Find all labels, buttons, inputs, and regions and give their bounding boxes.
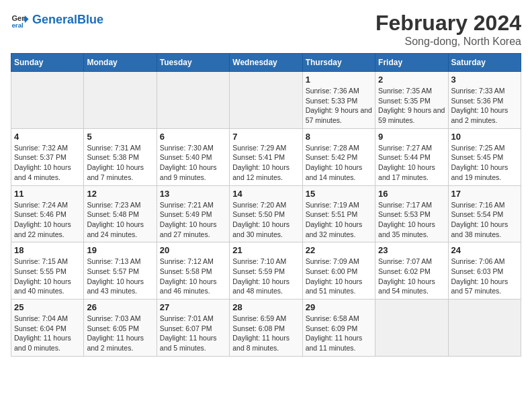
col-sunday: Sunday [11,54,84,72]
day-info: Sunrise: 7:28 AMSunset: 5:42 PMDaylight:… [306,143,372,183]
page-header: Gen eral GeneralBlue February 2024 Song-… [11,11,521,48]
col-tuesday: Tuesday [157,54,229,72]
day-number: 9 [378,132,445,142]
calendar-cell: 2Sunrise: 7:35 AMSunset: 5:35 PMDaylight… [375,72,448,129]
day-number: 22 [306,245,372,255]
day-number: 24 [451,245,518,255]
calendar-header-row: Sunday Monday Tuesday Wednesday Thursday… [11,54,521,72]
calendar-cell: 19Sunrise: 7:13 AMSunset: 5:57 PMDayligh… [84,242,157,300]
title-block: February 2024 Song-dong, North Korea [375,11,521,48]
calendar-cell: 17Sunrise: 7:16 AMSunset: 5:54 PMDayligh… [448,185,521,242]
day-number: 16 [378,189,445,199]
calendar-cell: 7Sunrise: 7:29 AMSunset: 5:41 PMDaylight… [230,128,302,185]
calendar-cell: 5Sunrise: 7:31 AMSunset: 5:38 PMDaylight… [84,128,157,185]
logo-icon: Gen eral [11,11,30,30]
calendar-cell [84,72,157,129]
page-subtitle: Song-dong, North Korea [375,36,521,48]
page-title: February 2024 [375,11,521,36]
day-number: 18 [14,245,81,255]
day-number: 29 [306,302,372,312]
day-info: Sunrise: 6:59 AMSunset: 6:08 PMDaylight:… [232,314,299,353]
col-thursday: Thursday [302,54,375,72]
calendar-cell: 11Sunrise: 7:24 AMSunset: 5:46 PMDayligh… [11,185,84,242]
calendar-cell [375,300,448,357]
logo: Gen eral GeneralBlue [11,11,103,30]
day-info: Sunrise: 7:15 AMSunset: 5:55 PMDaylight:… [14,257,81,296]
calendar-cell: 4Sunrise: 7:32 AMSunset: 5:37 PMDaylight… [11,128,84,185]
col-friday: Friday [375,54,448,72]
day-info: Sunrise: 7:07 AMSunset: 6:02 PMDaylight:… [378,257,445,296]
calendar-cell: 28Sunrise: 6:59 AMSunset: 6:08 PMDayligh… [230,300,302,357]
day-number: 28 [232,302,299,312]
day-number: 1 [306,75,372,85]
calendar-table: Sunday Monday Tuesday Wednesday Thursday… [11,53,521,357]
col-wednesday: Wednesday [230,54,302,72]
day-info: Sunrise: 7:10 AMSunset: 5:59 PMDaylight:… [232,257,299,296]
day-info: Sunrise: 7:03 AMSunset: 6:05 PMDaylight:… [87,314,153,353]
calendar-cell: 10Sunrise: 7:25 AMSunset: 5:45 PMDayligh… [448,128,521,185]
calendar-cell: 22Sunrise: 7:09 AMSunset: 6:00 PMDayligh… [302,242,375,300]
calendar-cell [11,72,84,129]
day-number: 10 [451,132,518,142]
calendar-week-1: 1Sunrise: 7:36 AMSunset: 5:33 PMDaylight… [11,72,521,129]
day-number: 13 [160,189,226,199]
day-info: Sunrise: 7:20 AMSunset: 5:50 PMDaylight:… [232,200,299,240]
logo-blue: Blue [77,13,103,26]
day-number: 6 [160,132,226,142]
day-number: 7 [232,132,299,142]
calendar-cell: 29Sunrise: 6:58 AMSunset: 6:09 PMDayligh… [302,300,375,357]
day-number: 14 [232,189,299,199]
day-info: Sunrise: 7:27 AMSunset: 5:44 PMDaylight:… [378,143,445,183]
calendar-cell: 27Sunrise: 7:01 AMSunset: 6:07 PMDayligh… [157,300,229,357]
day-number: 5 [87,132,153,142]
day-info: Sunrise: 7:36 AMSunset: 5:33 PMDaylight:… [306,86,372,126]
day-number: 12 [87,189,153,199]
calendar-cell: 8Sunrise: 7:28 AMSunset: 5:42 PMDaylight… [302,128,375,185]
calendar-body: 1Sunrise: 7:36 AMSunset: 5:33 PMDaylight… [11,72,521,357]
svg-text:eral: eral [11,21,24,29]
calendar-cell: 1Sunrise: 7:36 AMSunset: 5:33 PMDaylight… [302,72,375,129]
day-info: Sunrise: 7:04 AMSunset: 6:04 PMDaylight:… [14,314,81,353]
col-saturday: Saturday [448,54,521,72]
day-info: Sunrise: 7:21 AMSunset: 5:49 PMDaylight:… [160,200,226,240]
calendar-cell: 23Sunrise: 7:07 AMSunset: 6:02 PMDayligh… [375,242,448,300]
day-info: Sunrise: 7:29 AMSunset: 5:41 PMDaylight:… [232,143,299,183]
day-info: Sunrise: 7:19 AMSunset: 5:51 PMDaylight:… [306,200,372,240]
day-info: Sunrise: 7:31 AMSunset: 5:38 PMDaylight:… [87,143,153,183]
day-number: 3 [451,75,518,85]
calendar-cell: 20Sunrise: 7:12 AMSunset: 5:58 PMDayligh… [157,242,229,300]
day-number: 8 [306,132,372,142]
day-info: Sunrise: 7:33 AMSunset: 5:36 PMDaylight:… [451,86,518,126]
day-info: Sunrise: 7:32 AMSunset: 5:37 PMDaylight:… [14,143,81,183]
day-number: 23 [378,245,445,255]
day-info: Sunrise: 6:58 AMSunset: 6:09 PMDaylight:… [306,314,372,353]
calendar-cell: 14Sunrise: 7:20 AMSunset: 5:50 PMDayligh… [230,185,302,242]
day-number: 20 [160,245,226,255]
day-number: 2 [378,75,445,85]
day-info: Sunrise: 7:01 AMSunset: 6:07 PMDaylight:… [160,314,226,353]
svg-rect-3 [24,17,26,21]
day-number: 27 [160,302,226,312]
day-number: 21 [232,245,299,255]
calendar-cell: 12Sunrise: 7:23 AMSunset: 5:48 PMDayligh… [84,185,157,242]
calendar-cell [448,300,521,357]
day-number: 25 [14,302,81,312]
calendar-cell: 25Sunrise: 7:04 AMSunset: 6:04 PMDayligh… [11,300,84,357]
day-number: 19 [87,245,153,255]
calendar-week-5: 25Sunrise: 7:04 AMSunset: 6:04 PMDayligh… [11,300,521,357]
calendar-cell: 6Sunrise: 7:30 AMSunset: 5:40 PMDaylight… [157,128,229,185]
day-info: Sunrise: 7:06 AMSunset: 6:03 PMDaylight:… [451,257,518,296]
logo-text-line1: GeneralBlue [32,13,103,27]
col-monday: Monday [84,54,157,72]
day-number: 26 [87,302,153,312]
day-info: Sunrise: 7:13 AMSunset: 5:57 PMDaylight:… [87,257,153,296]
calendar-cell: 16Sunrise: 7:17 AMSunset: 5:53 PMDayligh… [375,185,448,242]
calendar-cell: 15Sunrise: 7:19 AMSunset: 5:51 PMDayligh… [302,185,375,242]
calendar-week-4: 18Sunrise: 7:15 AMSunset: 5:55 PMDayligh… [11,242,521,300]
day-number: 17 [451,189,518,199]
calendar-cell: 18Sunrise: 7:15 AMSunset: 5:55 PMDayligh… [11,242,84,300]
day-info: Sunrise: 7:17 AMSunset: 5:53 PMDaylight:… [378,200,445,240]
calendar-week-2: 4Sunrise: 7:32 AMSunset: 5:37 PMDaylight… [11,128,521,185]
day-info: Sunrise: 7:09 AMSunset: 6:00 PMDaylight:… [306,257,372,296]
day-info: Sunrise: 7:12 AMSunset: 5:58 PMDaylight:… [160,257,226,296]
